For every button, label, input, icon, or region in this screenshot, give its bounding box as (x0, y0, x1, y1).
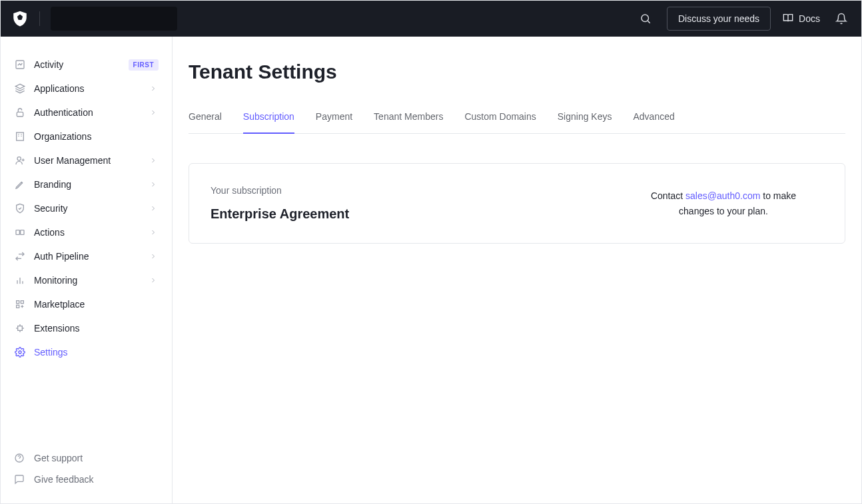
sidebar-item-extensions[interactable]: Extensions (9, 316, 164, 340)
subscription-plan: Enterprise Agreement (211, 206, 624, 222)
svg-rect-26 (18, 326, 23, 331)
page-title: Tenant Settings (189, 61, 845, 83)
svg-rect-15 (21, 230, 24, 235)
extensions-icon (14, 322, 26, 334)
sidebar-item-label: User Management (34, 155, 141, 166)
svg-point-31 (19, 351, 21, 354)
sidebar-item-label: Security (34, 203, 141, 214)
sidebar-item-applications[interactable]: Applications (9, 77, 164, 101)
support-label: Get support (34, 453, 83, 463)
actions-icon (14, 226, 26, 238)
tab-custom-domains[interactable]: Custom Domains (464, 111, 536, 134)
svg-rect-14 (16, 230, 19, 235)
tabs: General Subscription Payment Tenant Memb… (189, 111, 845, 134)
svg-rect-6 (17, 132, 24, 140)
sidebar-item-label: Activity (34, 59, 121, 70)
docs-link[interactable]: Docs (783, 13, 820, 25)
book-icon (783, 13, 793, 25)
sidebar-item-security[interactable]: Security (9, 196, 164, 220)
subscription-label: Your subscription (211, 185, 624, 196)
brand-logo-icon[interactable] (11, 10, 29, 27)
sidebar-item-actions[interactable]: Actions (9, 220, 164, 244)
subscription-contact: Contact sales@auth0.com to make changes … (650, 188, 823, 218)
get-support-link[interactable]: Get support (9, 447, 164, 469)
sidebar-item-authentication[interactable]: Authentication (9, 101, 164, 125)
main-content: Tenant Settings General Subscription Pay… (173, 37, 861, 503)
marketplace-icon (14, 298, 26, 310)
auth-pipeline-icon (14, 250, 26, 262)
svg-rect-23 (17, 305, 19, 308)
sidebar-item-label: Branding (34, 179, 141, 190)
svg-point-0 (18, 15, 23, 20)
sidebar-item-label: Applications (34, 83, 141, 94)
sidebar-item-monitoring[interactable]: Monitoring (9, 268, 164, 292)
divider (39, 11, 40, 26)
search-icon[interactable] (636, 9, 655, 28)
sidebar-item-activity[interactable]: Activity FIRST (9, 53, 164, 77)
applications-icon (14, 83, 26, 95)
feedback-label: Give feedback (34, 474, 94, 485)
security-icon (14, 202, 26, 214)
chevron-right-icon (149, 276, 159, 285)
sidebar-item-label: Monitoring (34, 275, 141, 286)
chevron-right-icon (149, 204, 159, 213)
chevron-right-icon (149, 156, 159, 165)
sales-email-link[interactable]: sales@auth0.com (685, 190, 760, 201)
sidebar-item-label: Marketplace (34, 299, 159, 310)
svg-rect-21 (17, 301, 19, 304)
chevron-right-icon (149, 252, 159, 261)
chevron-right-icon (149, 84, 159, 93)
authentication-icon (14, 107, 26, 119)
tab-advanced[interactable]: Advanced (633, 111, 674, 134)
svg-marker-4 (15, 84, 24, 89)
sidebar-item-marketplace[interactable]: Marketplace (9, 292, 164, 316)
organizations-icon (14, 130, 26, 142)
chevron-right-icon (149, 180, 159, 189)
user-management-icon (14, 154, 26, 166)
tab-payment[interactable]: Payment (316, 111, 352, 134)
branding-icon (14, 178, 26, 190)
chevron-right-icon (149, 228, 159, 237)
svg-point-11 (17, 157, 21, 160)
give-feedback-link[interactable]: Give feedback (9, 469, 164, 490)
sidebar-item-organizations[interactable]: Organizations (9, 125, 164, 148)
sidebar-item-label: Actions (34, 227, 141, 238)
activity-icon (14, 59, 26, 71)
monitoring-icon (14, 274, 26, 286)
docs-label: Docs (799, 13, 820, 24)
chat-icon (14, 473, 26, 485)
sidebar: Activity FIRST Applications Authenticati… (1, 37, 173, 503)
svg-line-2 (647, 21, 649, 23)
help-icon (14, 452, 26, 464)
subscription-card: Your subscription Enterprise Agreement C… (189, 163, 845, 244)
svg-rect-5 (17, 112, 23, 117)
tab-signing-keys[interactable]: Signing Keys (558, 111, 612, 134)
tenant-selector[interactable] (51, 7, 177, 31)
first-badge: FIRST (129, 59, 159, 71)
svg-point-1 (642, 15, 649, 22)
sidebar-item-label: Authentication (34, 107, 141, 118)
sidebar-item-label: Auth Pipeline (34, 251, 141, 262)
svg-rect-22 (21, 301, 23, 304)
sidebar-item-label: Organizations (34, 131, 159, 142)
sidebar-item-settings[interactable]: Settings (9, 340, 164, 364)
contact-pre: Contact (651, 190, 685, 201)
sidebar-item-label: Settings (34, 347, 159, 358)
topbar: Discuss your needs Docs (1, 1, 861, 37)
bell-icon[interactable] (832, 9, 851, 28)
tab-tenant-members[interactable]: Tenant Members (374, 111, 443, 134)
tab-subscription[interactable]: Subscription (243, 111, 294, 134)
sidebar-nav: Activity FIRST Applications Authenticati… (1, 53, 172, 447)
sidebar-item-user-management[interactable]: User Management (9, 148, 164, 172)
discuss-needs-button[interactable]: Discuss your needs (667, 7, 771, 31)
sidebar-footer: Get support Give feedback (1, 447, 172, 503)
sidebar-item-auth-pipeline[interactable]: Auth Pipeline (9, 244, 164, 268)
chevron-right-icon (149, 108, 159, 117)
settings-icon (14, 346, 26, 358)
tab-general[interactable]: General (189, 111, 222, 134)
sidebar-item-branding[interactable]: Branding (9, 172, 164, 196)
sidebar-item-label: Extensions (34, 323, 159, 334)
